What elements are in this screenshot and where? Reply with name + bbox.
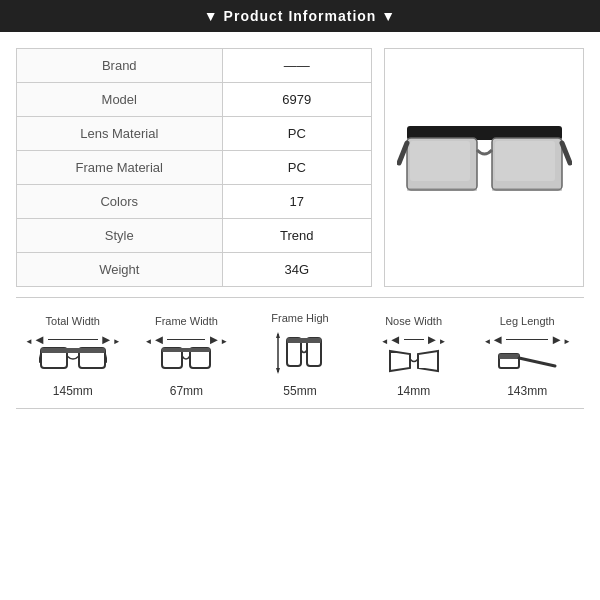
svg-marker-19 (276, 368, 280, 374)
table-row: Lens MaterialPC (17, 117, 372, 151)
svg-rect-2 (410, 141, 470, 181)
table-cell-label: Frame Material (17, 151, 223, 185)
frame-high-glasses-icon (274, 330, 326, 376)
table-cell-value: 34G (222, 253, 371, 287)
table-cell-value: Trend (222, 219, 371, 253)
nose-width-label: Nose Width (385, 315, 442, 327)
svg-line-25 (519, 358, 555, 366)
table-row: Brand—— (17, 49, 372, 83)
frame-width-glasses-icon (160, 346, 212, 376)
dimension-total-width: Total Width ◄ ► 145mm (23, 315, 123, 398)
svg-rect-8 (492, 188, 562, 191)
table-cell-value: PC (222, 151, 371, 185)
leg-length-label: Leg Length (500, 315, 555, 327)
arrow-right-icon4: ► (550, 333, 571, 346)
svg-marker-18 (276, 332, 280, 338)
dimensions-section: Total Width ◄ ► 145mm Frame Width (16, 297, 584, 409)
leg-length-value: 143mm (507, 384, 547, 398)
svg-rect-4 (495, 141, 555, 181)
table-cell-value: 6979 (222, 83, 371, 117)
frame-high-label: Frame High (271, 312, 328, 324)
table-cell-label: Weight (17, 253, 223, 287)
arrow-left-icon: ◄ (25, 333, 46, 346)
dimension-frame-high: Frame High 55mm (250, 312, 350, 398)
table-cell-label: Lens Material (17, 117, 223, 151)
table-row: Colors17 (17, 185, 372, 219)
frame-high-icon (274, 330, 326, 376)
svg-rect-22 (287, 338, 321, 343)
nose-width-icon: ◄ ► (381, 333, 447, 376)
product-info-header: ▼ Product Information ▼ (0, 0, 600, 32)
table-row: Model6979 (17, 83, 372, 117)
svg-rect-13 (41, 348, 105, 353)
arrow-left-icon3: ◄ (381, 333, 402, 346)
table-cell-value: 17 (222, 185, 371, 219)
table-cell-value: —— (222, 49, 371, 83)
total-width-icon: ◄ ► (25, 333, 121, 376)
table-cell-label: Style (17, 219, 223, 253)
table-cell-label: Colors (17, 185, 223, 219)
frame-width-icon: ◄ ► (145, 333, 229, 376)
dimension-frame-width: Frame Width ◄ ► 67mm (136, 315, 236, 398)
svg-rect-7 (407, 188, 477, 191)
frame-width-label: Frame Width (155, 315, 218, 327)
frame-high-value: 55mm (283, 384, 316, 398)
total-width-value: 145mm (53, 384, 93, 398)
leg-length-glasses-icon (497, 346, 557, 376)
svg-rect-16 (162, 348, 210, 352)
sunglasses-image (397, 108, 572, 228)
main-section: Brand——Model6979Lens MaterialPCFrame Mat… (16, 48, 584, 287)
arrow-right-icon2: ► (207, 333, 228, 346)
nose-width-value: 14mm (397, 384, 430, 398)
svg-line-6 (562, 143, 570, 163)
frame-width-value: 67mm (170, 384, 203, 398)
table-row: Weight34G (17, 253, 372, 287)
total-width-glasses-icon (39, 346, 107, 376)
svg-rect-24 (499, 354, 519, 359)
table-cell-label: Model (17, 83, 223, 117)
leg-length-icon: ◄ ► (483, 333, 571, 376)
table-cell-value: PC (222, 117, 371, 151)
dimension-leg-length: Leg Length ◄ ► 143mm (477, 315, 577, 398)
table-row: StyleTrend (17, 219, 372, 253)
arrow-left-icon2: ◄ (145, 333, 166, 346)
arrow-left-icon4: ◄ (483, 333, 504, 346)
nose-width-glasses-icon (388, 346, 440, 376)
arrow-right-icon3: ► (426, 333, 447, 346)
dimension-nose-width: Nose Width ◄ ► 14mm (364, 315, 464, 398)
arrow-right-icon: ► (100, 333, 121, 346)
table-row: Frame MaterialPC (17, 151, 372, 185)
svg-line-5 (399, 143, 407, 163)
product-info-table: Brand——Model6979Lens MaterialPCFrame Mat… (16, 48, 372, 287)
product-image-box (384, 48, 584, 287)
total-width-label: Total Width (46, 315, 100, 327)
table-cell-label: Brand (17, 49, 223, 83)
